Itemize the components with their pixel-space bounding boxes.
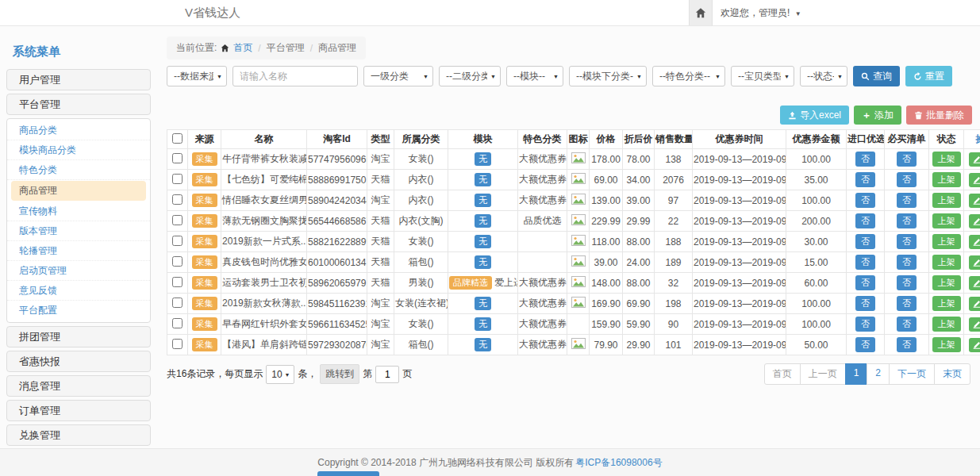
page-number-input[interactable] [375,366,399,383]
sidebar-subitem[interactable]: 启动页管理 [7,261,150,281]
page-button[interactable]: 1 [845,363,868,385]
per-page-select[interactable]: 10 [267,366,294,383]
reset-button[interactable]: 重置 [905,66,952,86]
must-buy-toggle[interactable]: 否 [897,213,917,228]
price-cell: 139.00 [590,190,623,211]
imported-toggle[interactable]: 否 [855,317,875,332]
sidebar-item[interactable]: 用户管理 [6,69,151,90]
home-button[interactable] [689,0,713,25]
row-checkbox[interactable] [172,153,183,163]
edit-button[interactable] [969,255,980,270]
edit-button[interactable] [969,194,980,208]
coupon-time-cell: 2019-09-13—2019-09-17 [693,314,786,335]
search-button[interactable]: 查询 [853,66,900,86]
row-checkbox[interactable] [172,194,183,205]
edit-button[interactable] [969,338,980,352]
status-toggle[interactable]: 上架 [932,213,961,228]
imported-toggle[interactable]: 否 [855,337,875,352]
edit-button[interactable] [969,214,980,228]
sidebar-item[interactable]: 消息管理 [6,375,151,397]
imported-toggle[interactable]: 否 [855,193,875,208]
page-button[interactable]: 下一页 [889,363,935,385]
edit-button[interactable] [969,297,980,311]
status-toggle[interactable]: 上架 [932,337,961,352]
sidebar-subitem[interactable]: 模块商品分类 [7,140,150,160]
sidebar-subitem[interactable]: 商品分类 [7,121,150,140]
row-checkbox[interactable] [172,256,183,267]
import-excel-button[interactable]: 导入excel [780,106,849,125]
breadcrumb-home-link[interactable]: 首页 [233,41,252,55]
level2-category-select[interactable]: --二级分类-- [440,67,500,86]
imported-toggle[interactable]: 否 [855,296,875,311]
row-checkbox[interactable] [172,318,183,328]
status-toggle[interactable]: 上架 [932,152,961,167]
page-button[interactable]: 上一页 [800,363,846,385]
status-toggle[interactable]: 上架 [932,275,961,290]
must-buy-toggle[interactable]: 否 [897,275,917,290]
module-select[interactable]: --模块-- [507,67,563,86]
page-button[interactable]: 末页 [934,363,970,385]
must-buy-toggle[interactable]: 否 [897,193,917,208]
must-buy-toggle[interactable]: 否 [897,317,917,332]
imported-toggle[interactable]: 否 [855,234,875,249]
name-search-input[interactable] [233,66,358,86]
page-button[interactable]: 首页 [764,363,801,385]
must-buy-toggle[interactable]: 否 [897,337,917,352]
sidebar-item[interactable]: 平台管理 [6,94,151,115]
status-toggle[interactable]: 上架 [932,317,961,332]
page-button[interactable]: 2 [867,363,890,385]
must-buy-toggle[interactable]: 否 [897,296,917,311]
select-all-checkbox[interactable] [172,133,183,144]
edit-button[interactable] [969,152,980,167]
item-type-select[interactable]: --宝贝类型-- [732,67,794,86]
sidebar-item[interactable]: 兑换管理 [6,424,151,446]
row-checkbox[interactable] [172,277,183,287]
sidebar-subitem[interactable]: 宣传物料 [7,202,150,221]
status-toggle[interactable]: 上架 [932,234,961,249]
sidebar-item[interactable]: 订单管理 [6,400,151,421]
imported-toggle[interactable]: 否 [855,275,875,290]
must-buy-toggle[interactable]: 否 [897,152,917,167]
imported-toggle[interactable]: 否 [855,152,875,167]
edit-button[interactable] [969,235,980,249]
row-checkbox[interactable] [172,298,183,308]
products-table: 来源名称淘客Id类型所属分类模块特色分类图标价格折后价销售数量优惠券时间优惠券金… [167,129,980,355]
batch-delete-button[interactable]: 批量删除 [906,106,972,125]
sidebar-subitem[interactable]: 平台配置 [7,301,150,321]
status-toggle[interactable]: 上架 [932,296,961,311]
edit-button[interactable] [969,173,980,187]
imported-toggle[interactable]: 否 [855,213,875,228]
discount-price-cell: 69.90 [623,294,655,314]
sidebar-subitem[interactable]: 版本管理 [7,221,150,241]
must-buy-cell: 否 [885,232,929,252]
feature-category-select[interactable]: --特色分类-- [653,67,724,86]
must-buy-toggle[interactable]: 否 [897,172,917,187]
sidebar-subitem[interactable]: 商品管理 [11,181,146,201]
sidebar-item[interactable]: 拼团管理 [6,326,151,347]
row-checkbox[interactable] [172,174,183,184]
row-checkbox[interactable] [172,236,183,246]
add-button[interactable]: ＋ 添加 [854,106,901,125]
must-buy-toggle[interactable]: 否 [897,234,917,249]
sidebar-subitem[interactable]: 轮播管理 [7,241,150,261]
status-toggle[interactable]: 上架 [932,255,961,270]
imported-toggle[interactable]: 否 [855,255,875,270]
sidebar-subitem[interactable]: 意见反馈 [7,281,150,301]
user-menu[interactable]: 欢迎您，管理员! ▼ [721,0,801,27]
imported-toggle[interactable]: 否 [855,172,875,187]
row-checkbox[interactable] [172,339,183,349]
edit-button[interactable] [969,276,980,290]
module-subcategory-select[interactable]: --模块下分类-- [570,67,646,86]
jump-button[interactable]: 跳转到 [320,364,359,384]
must-buy-toggle[interactable]: 否 [897,255,917,270]
edit-button[interactable] [969,317,980,332]
level1-category-select[interactable]: 一级分类 [364,67,432,86]
data-source-select[interactable]: --数据来源-- [167,67,226,86]
sidebar-item[interactable]: 省惠快报 [6,351,151,372]
icp-link[interactable]: 粤ICP备16098006号 [575,456,662,470]
status-toggle[interactable]: 上架 [932,172,961,187]
row-checkbox[interactable] [172,215,183,225]
status-toggle[interactable]: 上架 [932,193,961,208]
status-select[interactable]: --状态-- [801,67,847,86]
sidebar-subitem[interactable]: 特色分类 [7,160,150,180]
